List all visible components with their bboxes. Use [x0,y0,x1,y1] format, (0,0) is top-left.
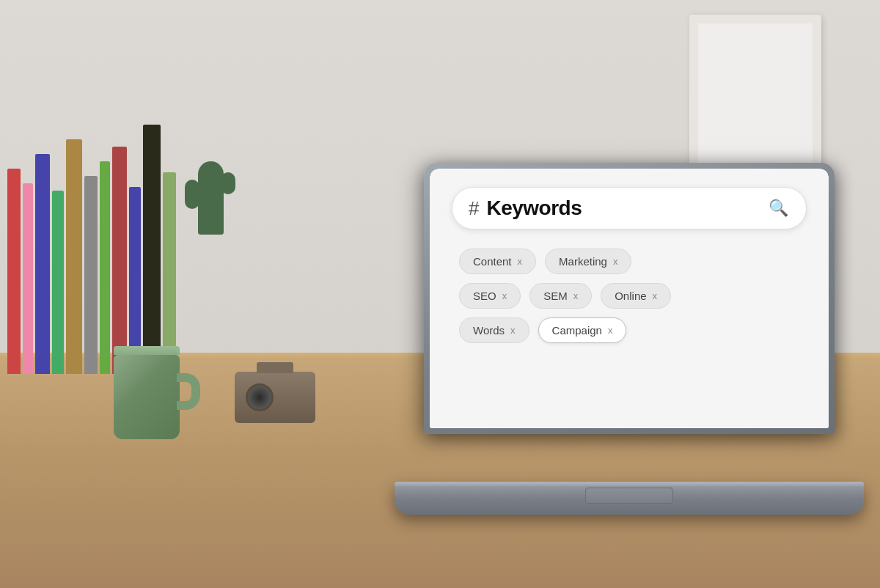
laptop-base [395,482,864,515]
tag-online[interactable]: Online x [601,283,671,309]
book-7 [100,161,110,374]
laptop-bezel: # Keywords 🔍 Content x [430,169,829,428]
tag-seo-label: SEO [473,290,496,302]
coffee-mug [114,346,187,441]
books-decoration [0,59,161,374]
cactus-arm-left [185,180,199,209]
book-6 [84,176,98,374]
tags-row-3: Words x Campaign x [459,317,799,343]
picture-frame [689,15,821,176]
tag-content-label: Content [473,255,512,268]
tag-marketing[interactable]: Marketing x [545,249,631,274]
tag-words-remove[interactable]: x [510,325,516,336]
tag-content-remove[interactable]: x [518,256,523,267]
book-2 [23,183,33,374]
scene: # Keywords 🔍 Content x [0,0,880,588]
cactus-decoration [198,147,224,235]
tag-campaign[interactable]: Campaign x [538,317,627,343]
laptop-trackpad[interactable] [585,488,673,504]
search-icon[interactable]: 🔍 [766,196,790,220]
book-5 [66,139,82,374]
tag-campaign-label: Campaign [552,324,602,337]
tag-marketing-label: Marketing [559,255,607,268]
tag-seo[interactable]: SEO x [459,283,521,309]
camera-decoration [235,372,315,430]
hash-icon: # [469,199,479,218]
tag-content[interactable]: Content x [459,249,536,274]
book-8 [112,147,127,374]
cactus-body [198,161,224,235]
mug-rim [114,346,180,355]
tag-marketing-remove[interactable]: x [613,256,618,267]
tags-area: Content x Marketing x SEO [452,243,807,349]
laptop-screen-outer: # Keywords 🔍 Content x [424,163,835,434]
tag-sem-remove[interactable]: x [573,290,579,301]
search-input-value[interactable]: Keywords [486,196,759,220]
tag-online-label: Online [615,290,646,302]
camera-lens [246,383,274,411]
laptop-base-top [395,482,864,486]
tag-seo-remove[interactable]: x [502,290,507,301]
tag-campaign-remove[interactable]: x [608,325,613,336]
book-11 [163,172,176,374]
camera-top [257,362,293,373]
laptop-screen: # Keywords 🔍 Content x [430,169,829,428]
search-bar[interactable]: # Keywords 🔍 [452,187,807,229]
book-3 [35,154,50,374]
tag-words-label: Words [473,324,505,337]
tag-online-remove[interactable]: x [653,290,658,301]
tags-row-2: SEO x SEM x Online x [459,283,799,309]
mug-handle [177,373,200,410]
laptop: # Keywords 🔍 Content x [395,163,849,515]
book-1 [7,169,21,374]
tags-row-1: Content x Marketing x [459,249,799,274]
cactus-arm-right [221,172,235,194]
mug-body [114,355,180,439]
tag-sem-label: SEM [543,290,568,302]
tag-words[interactable]: Words x [459,317,529,343]
book-10 [143,125,161,374]
tag-sem[interactable]: SEM x [529,283,592,309]
book-4 [52,191,64,374]
camera-body [235,372,315,423]
